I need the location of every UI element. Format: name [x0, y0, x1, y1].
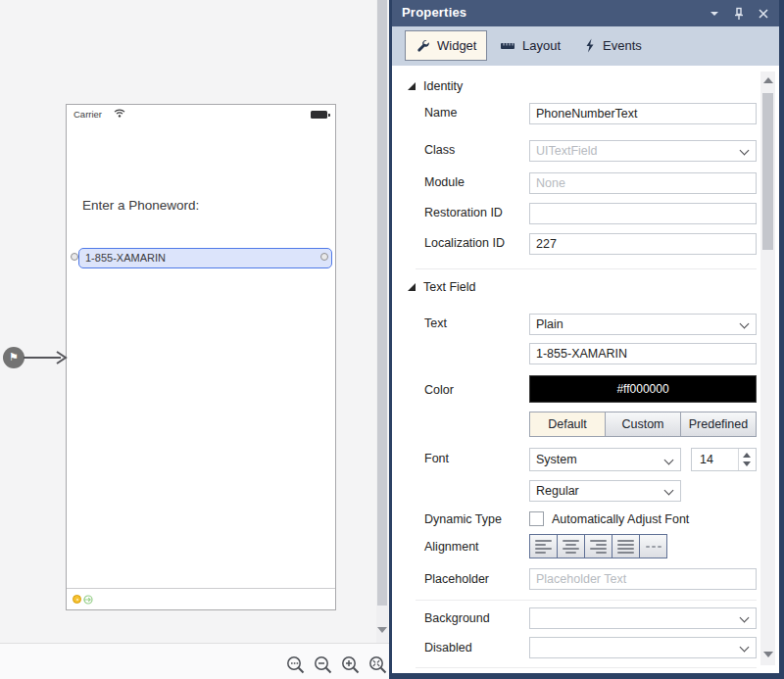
lightning-icon — [584, 38, 596, 53]
phoneword-label[interactable]: Enter a Phoneword: — [82, 198, 199, 213]
color-label: Color — [424, 383, 454, 397]
window-position-icon[interactable] — [707, 6, 722, 22]
align-justified-button[interactable] — [612, 534, 640, 558]
color-swatch[interactable]: #ff000000 — [529, 375, 757, 403]
expander-icon[interactable] — [408, 283, 416, 291]
pin-icon[interactable] — [731, 6, 747, 22]
dynamic-type-label: Dynamic Type — [424, 512, 502, 526]
font-size-value: 14 — [700, 453, 713, 466]
view-controller-footer-divider — [67, 588, 335, 589]
properties-title-bar[interactable]: Properties — [392, 0, 779, 26]
exit-segue-icon[interactable] — [83, 595, 92, 604]
class-label: Class — [424, 143, 455, 157]
panel-title: Properties — [402, 5, 466, 20]
properties-panel: Properties Widget — [389, 0, 784, 679]
canvas-scroll-down-arrow[interactable] — [377, 627, 387, 633]
font-weight-value: Regular — [536, 484, 579, 498]
auto-adjust-font-label: Automatically Adjust Font — [552, 512, 689, 526]
text-label: Text — [424, 316, 447, 330]
placeholder-input[interactable] — [529, 568, 757, 590]
restoration-id-input[interactable] — [529, 203, 757, 224]
canvas-vertical-scrollbar[interactable] — [376, 0, 388, 643]
initial-view-controller-indicator[interactable]: ⚑ — [3, 347, 24, 368]
tab-events[interactable]: Events — [574, 30, 652, 61]
class-dropdown[interactable]: UITextField — [529, 140, 757, 162]
background-label: Background — [424, 611, 490, 625]
align-center-button[interactable] — [557, 534, 585, 558]
localization-id-input[interactable] — [529, 233, 757, 255]
canvas-scrollbar-thumb[interactable] — [377, 0, 387, 606]
iphone-design-surface[interactable]: Carrier Enter a Phoneword: 1-855-XAMARIN — [66, 104, 336, 610]
tab-events-label: Events — [603, 38, 642, 53]
zoom-to-fit-button[interactable] — [285, 655, 307, 676]
color-default-button[interactable]: Default — [529, 412, 606, 437]
alignment-label: Alignment — [424, 540, 479, 554]
align-left-button[interactable] — [529, 534, 558, 558]
properties-scrollbar[interactable] — [760, 72, 775, 665]
properties-scrollbar-thumb[interactable] — [762, 93, 773, 250]
identity-section-header[interactable]: Identity — [408, 79, 463, 93]
restoration-id-label: Restoration ID — [424, 206, 503, 219]
name-input[interactable] — [529, 103, 757, 124]
color-predefined-button[interactable]: Predefined — [680, 412, 757, 437]
module-label: Module — [424, 175, 465, 189]
zoom-actual-size-button[interactable] — [368, 655, 389, 676]
module-input[interactable] — [529, 172, 757, 194]
class-dropdown-value: UITextField — [536, 144, 598, 158]
chevron-down-icon — [740, 319, 750, 329]
warning-badge-icon[interactable] — [73, 595, 81, 604]
section-divider — [416, 600, 757, 601]
close-icon[interactable] — [756, 6, 771, 22]
auto-adjust-font-checkbox[interactable] — [529, 511, 544, 526]
chevron-down-icon — [740, 613, 750, 623]
text-field-section-header[interactable]: Text Field — [408, 280, 476, 294]
properties-body: Identity Name Class UITextField Module R… — [392, 66, 779, 673]
chevron-down-icon — [740, 146, 750, 156]
tab-layout-label: Layout — [522, 38, 561, 53]
localization-id-label: Localization ID — [424, 236, 505, 250]
background-dropdown[interactable] — [529, 607, 757, 629]
chevron-down-icon — [740, 643, 750, 653]
align-right-button[interactable] — [584, 534, 612, 558]
stepper-up-icon[interactable] — [743, 453, 751, 458]
designer-canvas[interactable]: Carrier Enter a Phoneword: 1-855-XAMARIN… — [0, 0, 389, 679]
font-weight-dropdown[interactable]: Regular — [529, 480, 681, 502]
wrench-icon — [416, 38, 430, 53]
align-natural-button[interactable] — [639, 534, 667, 558]
resize-handle-right[interactable] — [320, 253, 328, 261]
scroll-down-arrow[interactable] — [763, 652, 773, 657]
resize-handle-left[interactable] — [71, 253, 78, 261]
tab-widget-label: Widget — [437, 38, 476, 53]
font-family-value: System — [536, 453, 577, 466]
chevron-down-icon — [664, 486, 674, 496]
zoom-in-button[interactable] — [340, 655, 362, 676]
font-family-dropdown[interactable]: System — [529, 448, 681, 471]
disabled-label: Disabled — [424, 641, 472, 655]
text-mode-dropdown[interactable]: Plain — [529, 314, 757, 335]
expander-icon[interactable] — [408, 82, 416, 90]
section-divider — [416, 667, 757, 668]
tab-layout[interactable]: Layout — [490, 30, 570, 61]
text-mode-value: Plain — [536, 317, 564, 331]
disabled-dropdown[interactable] — [529, 637, 757, 658]
color-custom-button[interactable]: Custom — [605, 412, 681, 437]
placeholder-label: Placeholder — [424, 572, 489, 586]
scroll-up-arrow[interactable] — [763, 77, 773, 83]
canvas-bottom-toolbar — [0, 643, 389, 679]
text-field-header-label: Text Field — [423, 280, 476, 294]
phone-status-bar: Carrier — [67, 105, 335, 122]
chevron-down-icon — [664, 456, 674, 465]
stepper-arrows — [738, 449, 756, 470]
entry-arrow-icon — [24, 348, 69, 367]
ruler-icon — [500, 40, 515, 52]
font-label: Font — [424, 452, 449, 465]
phone-number-textfield[interactable]: 1-855-XAMARIN — [78, 248, 332, 268]
zoom-out-button[interactable] — [313, 655, 334, 676]
font-size-stepper[interactable]: 14 — [691, 448, 757, 471]
stepper-down-icon[interactable] — [743, 461, 751, 466]
tab-widget[interactable]: Widget — [405, 30, 487, 61]
text-value-input[interactable] — [529, 343, 757, 364]
wifi-icon — [114, 109, 125, 118]
carrier-label: Carrier — [74, 109, 102, 120]
properties-tabstrip: Widget Layout Events — [392, 26, 779, 66]
